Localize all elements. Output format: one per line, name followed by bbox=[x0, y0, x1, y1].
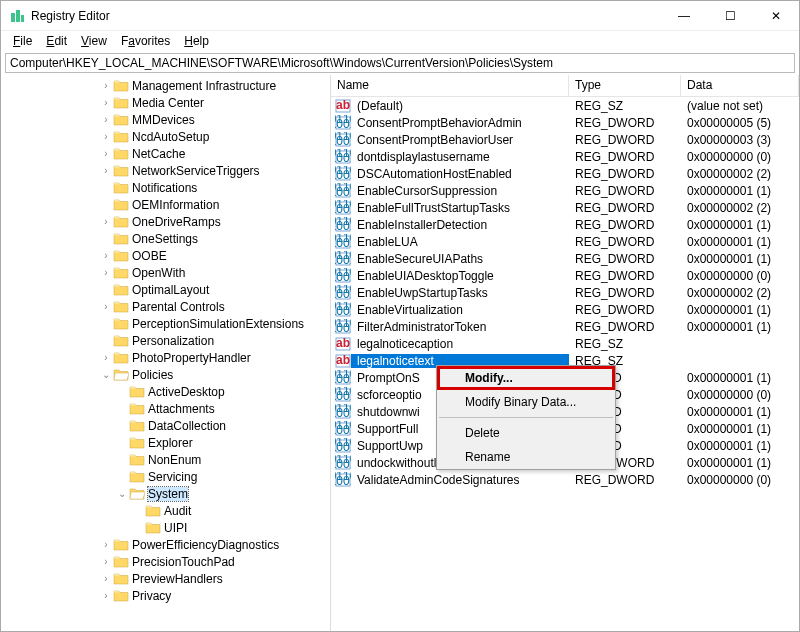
expander-icon[interactable]: › bbox=[99, 216, 113, 227]
binary-value-icon bbox=[335, 200, 351, 216]
tree-node[interactable]: Notifications bbox=[3, 179, 330, 196]
value-row[interactable]: EnableSecureUIAPathsREG_DWORD0x00000001 … bbox=[331, 250, 799, 267]
tree-node[interactable]: ›NetworkServiceTriggers bbox=[3, 162, 330, 179]
value-row[interactable]: EnableUwpStartupTasksREG_DWORD0x00000002… bbox=[331, 284, 799, 301]
expander-icon[interactable]: › bbox=[99, 267, 113, 278]
value-row[interactable]: DSCAutomationHostEnabledREG_DWORD0x00000… bbox=[331, 165, 799, 182]
tree-node[interactable]: ›Management Infrastructure bbox=[3, 77, 330, 94]
value-row[interactable]: EnableCursorSuppressionREG_DWORD0x000000… bbox=[331, 182, 799, 199]
value-row[interactable]: FilterAdministratorTokenREG_DWORD0x00000… bbox=[331, 318, 799, 335]
tree-node[interactable]: ActiveDesktop bbox=[3, 383, 330, 400]
menu-help[interactable]: Help bbox=[178, 32, 215, 50]
tree-node[interactable]: UIPI bbox=[3, 519, 330, 536]
maximize-button[interactable]: ☐ bbox=[707, 1, 753, 31]
value-row[interactable]: EnableInstallerDetectionREG_DWORD0x00000… bbox=[331, 216, 799, 233]
value-row[interactable]: ValidateAdminCodeSignaturesREG_DWORD0x00… bbox=[331, 471, 799, 488]
tree-node[interactable]: DataCollection bbox=[3, 417, 330, 434]
tree-node[interactable]: Servicing bbox=[3, 468, 330, 485]
expander-icon[interactable]: › bbox=[99, 250, 113, 261]
tree-node[interactable]: Personalization bbox=[3, 332, 330, 349]
tree-node[interactable]: ›PreviewHandlers bbox=[3, 570, 330, 587]
col-data[interactable]: Data bbox=[681, 75, 799, 96]
value-row[interactable]: ConsentPromptBehaviorAdminREG_DWORD0x000… bbox=[331, 114, 799, 131]
tree-label: Parental Controls bbox=[132, 300, 225, 314]
menu-view[interactable]: View bbox=[75, 32, 113, 50]
value-name: ConsentPromptBehaviorAdmin bbox=[351, 116, 569, 130]
tree-node[interactable]: ›PhotoPropertyHandler bbox=[3, 349, 330, 366]
context-rename[interactable]: Rename bbox=[437, 445, 615, 469]
tree-node[interactable]: ›OneDriveRamps bbox=[3, 213, 330, 230]
tree-node[interactable]: ›NcdAutoSetup bbox=[3, 128, 330, 145]
value-type: REG_SZ bbox=[569, 337, 681, 351]
menu-edit[interactable]: Edit bbox=[40, 32, 73, 50]
expander-icon[interactable]: › bbox=[99, 114, 113, 125]
menu-favorites[interactable]: Favorites bbox=[115, 32, 176, 50]
col-type[interactable]: Type bbox=[569, 75, 681, 96]
tree-node[interactable]: ›Privacy bbox=[3, 587, 330, 604]
value-row[interactable]: EnableUIADesktopToggleREG_DWORD0x0000000… bbox=[331, 267, 799, 284]
tree-node[interactable]: ›PowerEfficiencyDiagnostics bbox=[3, 536, 330, 553]
tree-node[interactable]: ›OpenWith bbox=[3, 264, 330, 281]
expander-icon[interactable]: › bbox=[99, 301, 113, 312]
context-delete[interactable]: Delete bbox=[437, 421, 615, 445]
expander-icon[interactable]: ⌄ bbox=[115, 488, 129, 499]
expander-icon[interactable]: › bbox=[99, 590, 113, 601]
close-button[interactable]: ✕ bbox=[753, 1, 799, 31]
expander-icon[interactable]: › bbox=[99, 556, 113, 567]
tree-node[interactable]: OneSettings bbox=[3, 230, 330, 247]
value-data: 0x00000001 (1) bbox=[681, 303, 799, 317]
tree-node[interactable]: ›MMDevices bbox=[3, 111, 330, 128]
value-row[interactable]: ConsentPromptBehaviorUserREG_DWORD0x0000… bbox=[331, 131, 799, 148]
separator bbox=[439, 417, 613, 418]
value-type: REG_DWORD bbox=[569, 303, 681, 317]
menu-file[interactable]: File bbox=[7, 32, 38, 50]
expander-icon[interactable]: › bbox=[99, 97, 113, 108]
expander-icon[interactable]: › bbox=[99, 148, 113, 159]
expander-icon[interactable]: › bbox=[99, 165, 113, 176]
expander-icon[interactable]: ⌄ bbox=[99, 369, 113, 380]
values-pane[interactable]: Name Type Data (Default)REG_SZ(value not… bbox=[331, 75, 799, 631]
col-name[interactable]: Name bbox=[331, 75, 569, 96]
value-row[interactable]: dontdisplaylastusernameREG_DWORD0x000000… bbox=[331, 148, 799, 165]
tree-node[interactable]: OptimalLayout bbox=[3, 281, 330, 298]
folder-icon bbox=[113, 79, 129, 92]
tree-node[interactable]: Audit bbox=[3, 502, 330, 519]
value-data: 0x00000001 (1) bbox=[681, 456, 799, 470]
tree-node[interactable]: ›Parental Controls bbox=[3, 298, 330, 315]
tree-node[interactable]: NonEnum bbox=[3, 451, 330, 468]
context-modify-binary[interactable]: Modify Binary Data... bbox=[437, 390, 615, 414]
value-row[interactable]: (Default)REG_SZ(value not set) bbox=[331, 97, 799, 114]
binary-value-icon bbox=[335, 183, 351, 199]
folder-icon bbox=[113, 215, 129, 228]
value-data: 0x00000005 (5) bbox=[681, 116, 799, 130]
value-data: 0x00000001 (1) bbox=[681, 320, 799, 334]
tree-node[interactable]: Explorer bbox=[3, 434, 330, 451]
tree-node[interactable]: ⌄System bbox=[3, 485, 330, 502]
expander-icon[interactable]: › bbox=[99, 131, 113, 142]
tree-pane[interactable]: ›Management Infrastructure›Media Center›… bbox=[1, 75, 331, 631]
tree-node[interactable]: OEMInformation bbox=[3, 196, 330, 213]
expander-icon[interactable]: › bbox=[99, 80, 113, 91]
value-name: EnableUwpStartupTasks bbox=[351, 286, 569, 300]
tree-node[interactable]: ⌄Policies bbox=[3, 366, 330, 383]
tree-node[interactable]: ›Media Center bbox=[3, 94, 330, 111]
minimize-button[interactable]: — bbox=[661, 1, 707, 31]
value-row[interactable]: EnableLUAREG_DWORD0x00000001 (1) bbox=[331, 233, 799, 250]
tree-node[interactable]: Attachments bbox=[3, 400, 330, 417]
expander-icon[interactable]: › bbox=[99, 539, 113, 550]
folder-icon bbox=[145, 504, 161, 517]
expander-icon[interactable]: › bbox=[99, 352, 113, 363]
tree-node[interactable]: PerceptionSimulationExtensions bbox=[3, 315, 330, 332]
tree-label: Policies bbox=[132, 368, 173, 382]
value-name: ConsentPromptBehaviorUser bbox=[351, 133, 569, 147]
value-row[interactable]: legalnoticecaptionREG_SZ bbox=[331, 335, 799, 352]
tree-node[interactable]: ›NetCache bbox=[3, 145, 330, 162]
tree-node[interactable]: ›PrecisionTouchPad bbox=[3, 553, 330, 570]
address-bar[interactable]: Computer\HKEY_LOCAL_MACHINE\SOFTWARE\Mic… bbox=[5, 53, 795, 73]
tree-label: PowerEfficiencyDiagnostics bbox=[132, 538, 279, 552]
value-row[interactable]: EnableVirtualizationREG_DWORD0x00000001 … bbox=[331, 301, 799, 318]
value-row[interactable]: EnableFullTrustStartupTasksREG_DWORD0x00… bbox=[331, 199, 799, 216]
expander-icon[interactable]: › bbox=[99, 573, 113, 584]
context-modify[interactable]: Modify... bbox=[437, 366, 615, 390]
tree-node[interactable]: ›OOBE bbox=[3, 247, 330, 264]
